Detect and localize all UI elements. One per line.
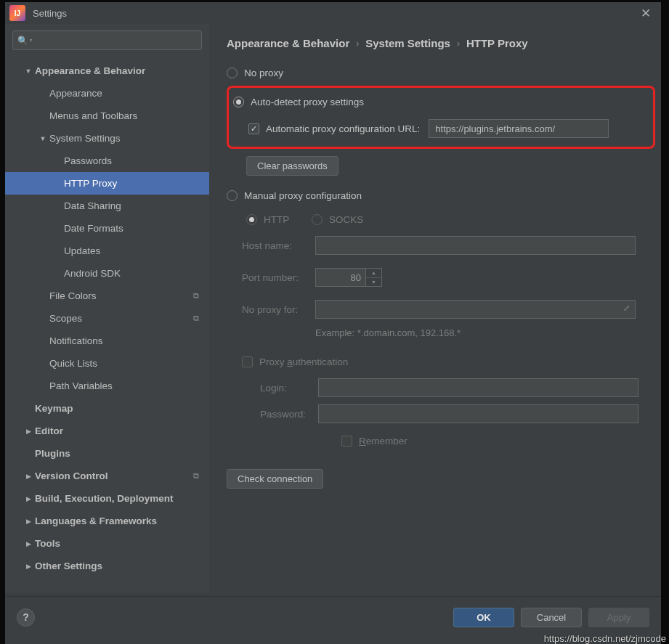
sidebar-item-label: Appearance & Behavior [35,65,145,76]
sidebar-item-label: File Colors [49,290,97,301]
main-panel: Appearance & Behavior › System Settings … [209,24,661,592]
sidebar-item-label: Languages & Frameworks [35,515,157,526]
radio-auto-detect[interactable]: Auto-detect proxy settings [233,91,646,113]
search-input[interactable]: 🔍 ▾ [12,30,202,50]
sidebar-item-keymap[interactable]: Keymap [5,397,209,420]
host-input [315,236,636,255]
sidebar-item-label: Android SDK [64,268,121,279]
sidebar-item-label: Data Sharing [64,200,121,211]
cancel-button[interactable]: Cancel [521,608,582,627]
checkbox-proxy-auth: Proxy authentication [242,351,646,372]
sidebar-item-lang-frameworks[interactable]: ▶Languages & Frameworks [5,510,209,532]
crumb-1[interactable]: Appearance & Behavior [227,37,349,49]
chevron-right-icon: › [457,38,460,49]
sidebar: 🔍 ▾ ▼Appearance & Behavior Appearance Me… [5,24,209,592]
sidebar-item-label: Passwords [64,155,112,166]
sidebar-item-build-exec[interactable]: ▶Build, Execution, Deployment [5,487,209,510]
spacer [53,180,62,187]
no-proxy-label: No proxy [244,68,283,78]
project-badge-icon: ⧉ [193,471,199,481]
sidebar-item-label: Editor [35,425,63,436]
spacer [53,248,62,255]
sidebar-item-label: Scopes [49,313,82,324]
host-label: Host name: [242,240,315,251]
radio-http [246,214,257,225]
sidebar-item-label: Appearance [49,88,102,99]
project-badge-icon: ⧉ [193,291,199,301]
chevron-right-icon: ▶ [24,495,33,502]
password-input [318,404,638,423]
chevron-down-icon: ▼ [24,68,33,75]
sidebar-item-path-variables[interactable]: Path Variables [5,375,209,397]
help-button[interactable]: ? [17,608,35,627]
sidebar-item-http-proxy[interactable]: HTTP Proxy [5,172,209,195]
sidebar-item-data-sharing[interactable]: Data Sharing [5,195,209,217]
sidebar-item-scopes[interactable]: Scopes⧉ [5,307,209,330]
sidebar-item-menus-toolbars[interactable]: Menus and Toolbars [5,105,209,127]
spacer [24,405,33,412]
sidebar-item-appearance-behavior[interactable]: ▼Appearance & Behavior [5,60,209,82]
chevron-right-icon: ▶ [24,518,33,525]
check-connection-button[interactable]: Check connection [227,469,323,489]
breadcrumb: Appearance & Behavior › System Settings … [227,37,646,49]
spacer [53,225,62,232]
sidebar-item-label: Path Variables [49,380,113,391]
sidebar-item-date-formats[interactable]: Date Formats [5,217,209,240]
checkbox-auto-url[interactable] [248,123,259,134]
crumb-2[interactable]: System Settings [365,37,450,49]
sidebar-item-tools[interactable]: ▶Tools [5,532,209,555]
watermark-text: https://blog.csdn.net/zjmcode [544,633,666,644]
app-logo-icon: IJ [9,5,25,21]
noproxy-input [315,300,636,319]
sidebar-item-label: Quick Lists [49,358,97,369]
sidebar-item-label: Plugins [35,448,70,459]
sidebar-item-quick-lists[interactable]: Quick Lists [5,352,209,375]
manual-label: Manual proxy configuration [244,190,362,201]
clear-passwords-button[interactable]: Clear passwords [246,156,338,176]
highlight-box: Auto-detect proxy settings Automatic pro… [227,86,655,149]
chevron-down-icon: ▾ [30,37,32,44]
sidebar-item-updates[interactable]: Updates [5,240,209,262]
noproxy-example: Example: *.domain.com, 192.168.* [315,327,646,338]
port-spinner: ▲ ▼ [315,268,386,287]
project-badge-icon: ⧉ [193,314,199,323]
spacer [24,450,33,457]
window-title: Settings [33,8,67,19]
sidebar-item-other-settings[interactable]: ▶Other Settings [5,555,209,577]
spacer [53,270,62,277]
sidebar-item-system-settings[interactable]: ▼System Settings [5,127,209,150]
sidebar-item-notifications[interactable]: Notifications [5,330,209,352]
sidebar-item-file-colors[interactable]: File Colors⧉ [5,285,209,307]
sidebar-item-version-control[interactable]: ▶Version Control⧉ [5,465,209,487]
dialog-footer: ? OK Cancel Apply [5,596,661,637]
password-label: Password: [260,409,318,420]
ok-button[interactable]: OK [453,608,514,627]
sidebar-item-editor[interactable]: ▶Editor [5,420,209,442]
auto-url-input[interactable] [429,119,609,138]
chevron-right-icon: ▶ [24,473,33,480]
radio-icon [227,68,238,78]
crumb-3: HTTP Proxy [466,37,528,49]
login-label: Login: [260,383,318,394]
sidebar-item-label: Date Formats [64,223,123,234]
chevron-right-icon: ▶ [24,540,33,547]
sidebar-item-appearance[interactable]: Appearance [5,82,209,105]
sidebar-item-plugins[interactable]: Plugins [5,442,209,465]
chevron-down-icon: ▼ [38,135,47,142]
spacer [38,360,47,367]
spacer [38,383,47,390]
radio-manual[interactable]: Manual proxy configuration [227,185,646,206]
sidebar-item-label: Updates [64,245,100,256]
expand-icon: ⤢ [623,303,630,313]
sidebar-item-passwords[interactable]: Passwords [5,150,209,172]
radio-icon [233,97,244,107]
close-icon[interactable]: ✕ [641,6,651,21]
titlebar: IJ Settings ✕ [5,2,661,24]
sidebar-item-android-sdk[interactable]: Android SDK [5,262,209,285]
sidebar-item-label: Tools [35,538,60,549]
sidebar-item-label: Keymap [35,403,73,414]
chevron-up-icon: ▲ [366,269,381,278]
radio-no-proxy[interactable]: No proxy [227,62,646,83]
radio-socks [312,214,323,225]
login-input [318,378,638,397]
